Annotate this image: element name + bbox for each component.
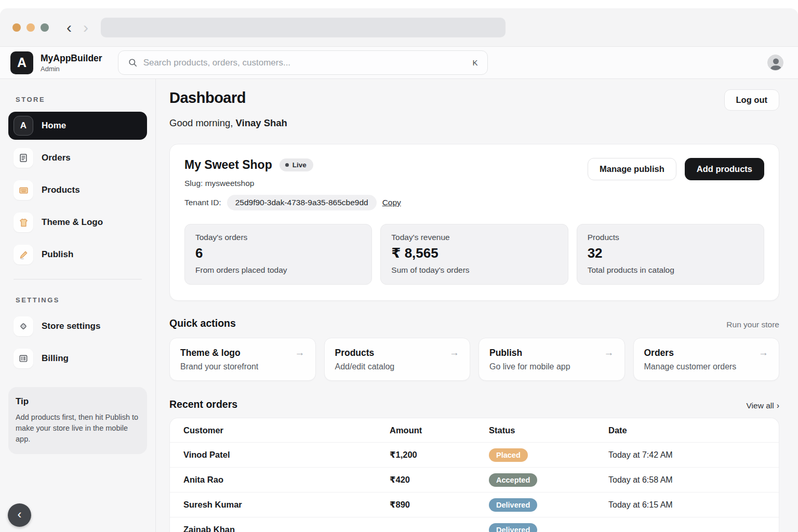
quick-actions-hint: Run your store: [726, 320, 779, 329]
greeting-prefix: Good morning,: [169, 117, 233, 128]
sidebar-section-store: STORE: [16, 96, 147, 103]
browser-window: ‹ ›: [0, 0, 798, 47]
logo-a-icon: A: [14, 116, 33, 136]
copy-tenant-id-link[interactable]: Copy: [382, 198, 401, 207]
slug-label: Slug:: [184, 179, 203, 188]
order-amount: ₹420: [390, 475, 489, 485]
quick-action-title: Products: [335, 348, 375, 358]
stat-sub: From orders placed today: [195, 265, 361, 275]
sidebar-item-home[interactable]: A Home: [8, 112, 147, 140]
view-all-link[interactable]: View all ›: [747, 401, 779, 410]
grid-icon: [14, 180, 33, 200]
quick-action-title: Theme & logo: [180, 348, 241, 358]
tip-body: Add products first, then hit Publish to …: [16, 412, 140, 445]
order-date: Today at 6:58 AM: [608, 475, 765, 485]
quick-actions-title: Quick actions: [169, 317, 236, 329]
slug-value: mysweetshop: [205, 179, 255, 188]
window-zoom-button[interactable]: [41, 23, 49, 32]
live-dot-icon: [285, 163, 289, 167]
sidebar-item-theme-logo[interactable]: Theme & Logo: [8, 208, 147, 236]
tshirt-icon: [14, 212, 33, 232]
logout-button[interactable]: Log out: [724, 89, 779, 111]
browser-back-icon[interactable]: ‹: [66, 20, 72, 35]
sidebar-divider: [14, 279, 142, 280]
table-row[interactable]: Zainab Khan Delivered: [170, 517, 779, 532]
table-row[interactable]: Vinod Patel ₹1,200 Placed Today at 7:42 …: [170, 442, 779, 467]
chevron-right-icon: ›: [777, 401, 779, 410]
window-minimize-button[interactable]: [26, 23, 35, 32]
order-date: Today at 7:42 AM: [608, 450, 765, 460]
greeting-name: Vinay Shah: [236, 117, 287, 128]
quick-action-theme-logo[interactable]: Theme & logo → Brand your storefront: [169, 338, 316, 381]
arrow-right-icon: →: [449, 347, 459, 358]
manage-publish-button[interactable]: Manage publish: [588, 158, 676, 180]
arrow-right-icon: →: [759, 347, 768, 358]
address-bar[interactable]: [101, 18, 506, 37]
sidebar-item-store-settings[interactable]: Store settings: [8, 312, 147, 340]
live-status-badge: Live: [280, 158, 313, 171]
order-amount: ₹1,200: [390, 450, 489, 460]
stat-value: 6: [195, 245, 361, 261]
stat-card-products: Products 32 Total products in catalog: [577, 224, 764, 285]
arrow-right-icon: →: [295, 347, 305, 358]
quick-action-title: Publish: [489, 348, 522, 358]
column-header-status: Status: [489, 425, 608, 435]
table-header-row: Customer Amount Status Date: [170, 418, 779, 442]
window-controls: [12, 23, 49, 32]
sidebar-item-label: Store settings: [42, 321, 100, 331]
stat-sub: Sum of today's orders: [391, 265, 557, 275]
sidebar-item-publish[interactable]: Publish: [8, 241, 147, 269]
billing-card-icon: [14, 349, 33, 368]
column-header-amount: Amount: [390, 425, 489, 435]
app-header: A MyAppBuilder Admin K: [0, 47, 798, 79]
window-close-button[interactable]: [12, 23, 21, 32]
store-name: My Sweet Shop: [184, 158, 272, 172]
status-badge: Accepted: [489, 473, 537, 487]
greeting: Good morning, Vinay Shah: [169, 117, 779, 129]
order-date: Today at 6:15 AM: [608, 500, 765, 510]
tenant-id-label: Tenant ID:: [184, 198, 221, 207]
tip-box: Tip Add products first, then hit Publish…: [8, 387, 147, 454]
quick-action-sub: Brand your storefront: [180, 362, 305, 371]
quick-action-orders[interactable]: Orders → Manage customer orders: [633, 338, 780, 381]
arrow-right-icon: →: [604, 347, 614, 358]
sidebar-item-label: Products: [42, 185, 80, 195]
quick-action-publish[interactable]: Publish → Go live for mobile app: [478, 338, 625, 381]
add-products-button[interactable]: Add products: [685, 158, 764, 180]
live-label: Live: [292, 161, 307, 169]
browser-forward-icon[interactable]: ›: [83, 20, 88, 35]
order-customer: Zainab Khan: [183, 525, 390, 532]
table-row[interactable]: Suresh Kumar ₹890 Delivered Today at 6:1…: [170, 492, 779, 517]
stat-label: Today's revenue: [391, 233, 557, 242]
quick-action-sub: Go live for mobile app: [489, 362, 614, 371]
order-customer: Vinod Patel: [183, 450, 390, 460]
status-badge: Delivered: [489, 498, 537, 512]
sidebar-collapse-button[interactable]: ‹: [8, 503, 31, 527]
app-name: MyAppBuilder: [41, 53, 102, 64]
sidebar-item-label: Theme & Logo: [42, 217, 103, 228]
user-avatar[interactable]: [767, 55, 783, 71]
quick-action-products[interactable]: Products → Add/edit catalog: [324, 338, 471, 381]
sidebar-item-label: Billing: [42, 353, 69, 364]
sidebar-item-orders[interactable]: Orders: [8, 144, 147, 172]
pencil-icon: [14, 245, 33, 264]
global-search[interactable]: K: [118, 50, 488, 75]
main-content: Dashboard Log out Good morning, Vinay Sh…: [156, 79, 798, 532]
quick-action-title: Orders: [644, 348, 674, 358]
diamond-icon: [14, 316, 33, 336]
app-subtitle: Admin: [41, 65, 102, 73]
column-header-date: Date: [608, 425, 765, 435]
search-input[interactable]: [143, 58, 467, 68]
sidebar-item-billing[interactable]: Billing: [8, 344, 147, 373]
sidebar: STORE A Home Orders Products: [0, 79, 156, 532]
table-row[interactable]: Anita Rao ₹420 Accepted Today at 6:58 AM: [170, 467, 779, 492]
document-icon: [14, 148, 33, 168]
order-customer: Anita Rao: [183, 475, 390, 485]
quick-action-sub: Add/edit catalog: [335, 362, 460, 371]
recent-orders-title: Recent orders: [169, 398, 237, 410]
app-title-block: MyAppBuilder Admin: [41, 53, 102, 73]
stat-card-todays-revenue: Today's revenue ₹ 8,565 Sum of today's o…: [380, 224, 568, 285]
sidebar-item-label: Publish: [42, 249, 73, 260]
store-slug: Slug: mysweetshop: [184, 179, 401, 188]
sidebar-item-products[interactable]: Products: [8, 176, 147, 204]
